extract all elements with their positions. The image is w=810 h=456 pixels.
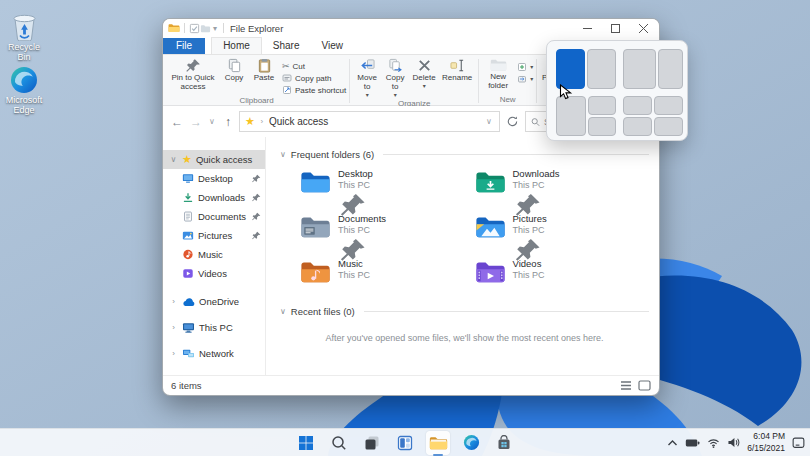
snap-zone-top-right[interactable] <box>588 96 616 115</box>
chevron-down-icon[interactable]: ∨ <box>280 307 286 316</box>
store-icon <box>496 435 512 451</box>
folder-tile-desktop[interactable]: Desktop This PC <box>300 169 475 203</box>
qat-caret-icon[interactable]: ▾ <box>211 24 219 33</box>
snap-zone-left-wide[interactable] <box>623 49 656 89</box>
folder-tile-downloads[interactable]: Downloads This PC <box>475 169 650 203</box>
easy-access-button[interactable]: ▾ <box>517 73 533 85</box>
frequent-folders-header[interactable]: ∨ Frequent folders (6) <box>280 149 649 160</box>
address-dropdown-icon[interactable]: ∨ <box>484 117 494 126</box>
copy-to-button[interactable]: Copy to▾ <box>381 57 409 99</box>
snap-layout-two-thirds[interactable] <box>623 49 683 89</box>
sidebar-item-downloads[interactable]: Downloads <box>163 188 265 207</box>
maximize-button[interactable] <box>601 20 629 37</box>
breadcrumb-location[interactable]: Quick access <box>269 116 328 127</box>
snap-zone-bottom-left[interactable] <box>623 117 652 136</box>
tab-file[interactable]: File <box>163 38 205 54</box>
recycle-bin-shortcut[interactable]: Recycle Bin <box>1 11 47 63</box>
snap-zone-bottom-right[interactable] <box>588 117 616 136</box>
tab-home[interactable]: Home <box>211 37 262 54</box>
edge-shortcut[interactable]: Microsoft Edge <box>1 66 47 116</box>
rename-button[interactable]: Rename <box>439 57 475 84</box>
qat-properties-icon[interactable] <box>189 23 200 34</box>
minimize-button[interactable] <box>573 20 601 37</box>
up-button[interactable]: ↑ <box>220 115 236 129</box>
sidebar-item-this-pc[interactable]: › This PC <box>163 318 265 337</box>
copy-button[interactable]: Copy <box>219 57 249 84</box>
cut-button[interactable]: ✂ Cut <box>282 60 346 72</box>
chevron-right-icon[interactable]: › <box>169 323 178 332</box>
task-view-icon <box>364 435 380 451</box>
group-label-clipboard: Clipboard <box>167 96 346 106</box>
sidebar-item-network[interactable]: › Network <box>163 344 265 363</box>
snap-zone-right-narrow[interactable] <box>658 49 683 89</box>
folder-tile-documents[interactable]: Documents This PC <box>300 214 475 248</box>
edge-icon <box>10 66 38 94</box>
pin-to-quick-access-button[interactable]: Pin to Quick access <box>167 57 219 93</box>
delete-button[interactable]: Delete▾ <box>409 57 439 90</box>
folder-tile-music[interactable]: Music This PC <box>300 259 475 293</box>
tab-view[interactable]: View <box>311 38 355 54</box>
close-icon <box>639 24 648 33</box>
new-folder-button[interactable]: New folder <box>482 57 514 92</box>
recent-locations-button[interactable]: ∨ <box>207 117 217 126</box>
tile-name: Desktop <box>338 169 373 180</box>
title-bar[interactable]: ▾ File Explorer <box>163 19 659 37</box>
snap-layout-two-halves[interactable] <box>556 49 616 89</box>
clock[interactable]: 6:04 PM 6/15/2021 <box>747 431 785 453</box>
folder-tile-pictures[interactable]: Pictures This PC <box>475 214 650 248</box>
forward-button[interactable]: → <box>188 115 204 129</box>
snap-zone-left-half[interactable] <box>556 49 585 89</box>
folder-tile-videos[interactable]: Videos This PC <box>475 259 650 293</box>
task-view-button[interactable] <box>360 431 384 455</box>
sidebar-item-videos[interactable]: Videos <box>163 264 265 283</box>
snap-zone-right-half[interactable] <box>587 49 616 89</box>
close-button[interactable] <box>629 20 657 37</box>
sidebar-item-quick-access[interactable]: ∨ ★ Quick access <box>163 150 265 169</box>
chevron-right-icon[interactable]: › <box>169 349 178 358</box>
copy-path-label: Copy path <box>295 74 331 83</box>
this-pc-icon <box>182 322 195 333</box>
snap-zone-bottom-right[interactable] <box>654 117 683 136</box>
chevron-right-icon[interactable]: › <box>169 297 178 306</box>
volume-icon[interactable] <box>727 437 740 448</box>
address-box[interactable]: ★ › Quick access ∨ <box>239 111 500 132</box>
wifi-icon[interactable] <box>707 438 720 448</box>
chevron-down-icon[interactable]: ∨ <box>169 155 178 164</box>
sidebar-item-documents[interactable]: Documents <box>163 207 265 226</box>
snap-zone-left-half[interactable] <box>556 96 586 136</box>
sidebar-item-desktop[interactable]: Desktop <box>163 169 265 188</box>
recent-files-title: Recent files (0) <box>291 306 355 317</box>
paste-shortcut-button[interactable]: Paste shortcut <box>282 84 346 96</box>
start-button[interactable] <box>294 431 318 455</box>
snap-layout-half-and-quarters[interactable] <box>556 96 616 136</box>
details-view-button[interactable] <box>620 380 632 391</box>
recent-files-header[interactable]: ∨ Recent files (0) <box>280 306 649 317</box>
copy-path-button[interactable]: Copy path <box>282 72 346 84</box>
paste-button[interactable]: Paste <box>249 57 279 84</box>
tab-share[interactable]: Share <box>262 38 311 54</box>
sidebar-item-music[interactable]: Music <box>163 245 265 264</box>
move-to-button[interactable]: Move to▾ <box>353 57 381 99</box>
file-explorer-button[interactable] <box>426 431 450 455</box>
widgets-button[interactable] <box>393 431 417 455</box>
recycle-bin-icon <box>11 11 38 41</box>
edge-button[interactable] <box>459 431 483 455</box>
thumbnail-view-button[interactable] <box>638 380 651 391</box>
snap-zone-top-left[interactable] <box>623 96 652 115</box>
group-label-new: New <box>482 95 533 105</box>
sidebar-item-onedrive[interactable]: › OneDrive <box>163 292 265 311</box>
chevron-down-icon[interactable]: ∨ <box>280 150 286 159</box>
sidebar-item-pictures[interactable]: Pictures <box>163 226 265 245</box>
refresh-button[interactable] <box>506 115 519 128</box>
snap-layout-quadrants[interactable] <box>623 96 683 136</box>
hidden-icons-chevron[interactable] <box>667 439 678 447</box>
notification-center-icon[interactable] <box>792 437 805 449</box>
sidebar-label: Documents <box>198 211 246 222</box>
new-item-button[interactable]: ▾ <box>517 61 533 73</box>
qat-new-folder-icon[interactable] <box>200 23 211 34</box>
battery-icon[interactable] <box>685 438 700 448</box>
store-button[interactable] <box>492 431 516 455</box>
back-button[interactable]: ← <box>169 115 185 129</box>
snap-zone-top-right[interactable] <box>654 96 683 115</box>
search-button[interactable] <box>327 431 351 455</box>
